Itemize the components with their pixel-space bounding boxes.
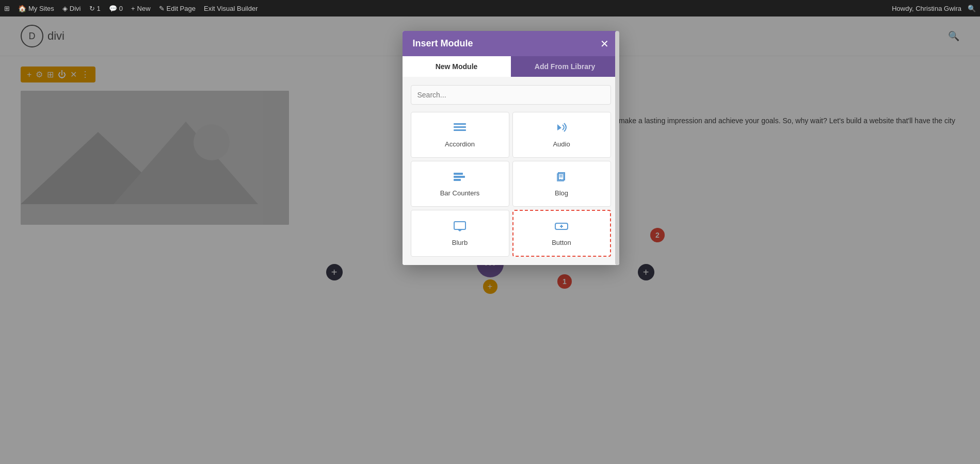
module-button[interactable]: Button [512,210,611,257]
admin-search-icon[interactable]: 🔍 [968,5,976,12]
module-blog[interactable]: Blog [512,161,611,207]
modal-scrollbar[interactable] [615,31,619,265]
modal-overlay[interactable]: Insert Module ✕ New Module Add From Libr… [0,0,980,464]
module-bar-counters[interactable]: Bar Counters [411,161,509,207]
module-search-input[interactable] [411,85,611,105]
edit-page-button[interactable]: ✎ Edit Page [159,5,196,12]
blurb-icon [453,220,467,235]
insert-module-modal: Insert Module ✕ New Module Add From Libr… [403,31,619,265]
button-label: Button [552,239,571,246]
divi-menu[interactable]: ◈ Divi [62,5,81,12]
module-accordion[interactable]: Accordion [411,112,509,158]
tab-new-module[interactable]: New Module [403,56,511,77]
module-audio[interactable]: Audio [512,112,611,158]
blurb-label: Blurb [452,239,468,246]
modal-title: Insert Module [413,38,473,49]
updates-icon: ↻ [89,5,95,12]
svg-rect-4 [454,123,466,125]
new-menu[interactable]: + New [131,5,151,12]
module-blurb[interactable]: Blurb [411,210,509,257]
accordion-label: Accordion [445,140,475,148]
audio-label: Audio [553,140,570,148]
svg-rect-6 [454,129,466,131]
bar-counters-label: Bar Counters [440,189,480,197]
admin-bar: ⊞ 🏠 My Sites ◈ Divi ↻ 1 💬 0 + New ✎ Edit… [0,0,980,16]
svg-rect-8 [454,173,463,175]
edit-icon: ✎ [159,5,165,12]
new-icon: + [131,5,135,12]
svg-rect-9 [454,176,465,178]
home-icon: 🏠 [18,5,26,12]
modal-header: Insert Module ✕ [403,31,619,56]
modal-tabs: New Module Add From Library [403,56,619,77]
my-sites-menu[interactable]: 🏠 My Sites [18,5,54,12]
user-greeting: Howdy, Christina Gwira [892,5,961,12]
button-icon [554,220,569,235]
exit-visual-builder-button[interactable]: Exit Visual Builder [204,5,258,12]
updates-menu[interactable]: ↻ 1 [89,5,101,12]
svg-rect-5 [454,126,466,128]
modal-close-button[interactable]: ✕ [600,39,609,49]
divi-icon: ◈ [62,5,68,12]
wp-icon[interactable]: ⊞ [4,5,10,12]
tab-add-from-library[interactable]: Add From Library [511,56,619,77]
wordpress-icon: ⊞ [4,5,10,12]
blog-icon [554,171,569,185]
audio-icon [554,122,569,136]
comments-icon: 💬 [109,5,117,12]
bar-counters-icon [453,171,467,185]
admin-bar-right: Howdy, Christina Gwira 🔍 [892,5,976,12]
svg-rect-13 [454,222,465,229]
module-grid: Accordion Audio [411,112,611,257]
blog-label: Blog [555,189,568,197]
comments-menu[interactable]: 💬 0 [109,5,123,12]
svg-rect-10 [454,179,461,181]
svg-marker-7 [557,124,561,130]
modal-body: Accordion Audio [403,77,619,265]
accordion-icon [453,122,467,136]
